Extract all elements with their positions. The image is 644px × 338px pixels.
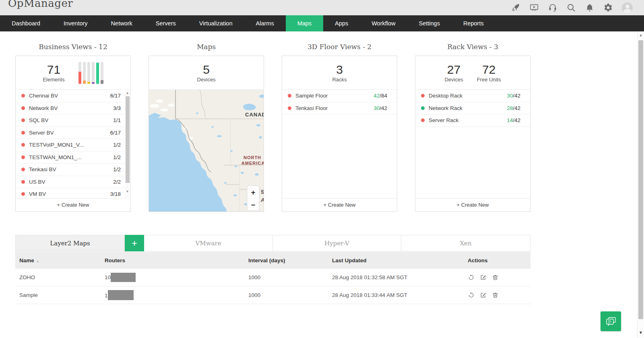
chat-bubbles-icon <box>605 316 617 327</box>
floor-view-count: 42/84 <box>374 93 387 99</box>
status-bar <box>83 62 86 84</box>
devices-stat: 5 Devices <box>197 63 215 83</box>
scroll-down-arrow-icon[interactable]: ▼ <box>638 330 644 335</box>
rack-views-card: 27 Devices 72 Free Units Desktop Rack 30… <box>415 56 530 212</box>
map-label-fragment-a: A <box>260 197 264 203</box>
business-views-stat-area: 71 Elements <box>16 56 130 90</box>
settings-gear-icon[interactable] <box>603 3 613 12</box>
header-icon-strip <box>511 0 633 15</box>
business-view-item[interactable]: Chennai BV 6/17 <box>16 90 130 102</box>
rack-view-item[interactable]: Network Rack 28/42 <box>415 102 530 115</box>
refresh-icon[interactable] <box>468 274 474 281</box>
column-header-name[interactable]: Name▲ <box>19 257 105 263</box>
nav-tab-apps[interactable]: Apps <box>323 15 360 31</box>
column-header-interval: Interval (days) <box>248 257 332 263</box>
notifications-bell-icon[interactable] <box>585 3 594 12</box>
nav-tab-dashboard[interactable]: Dashboard <box>0 15 52 31</box>
rack-devices-stat: 27 Devices <box>444 63 463 83</box>
floor-views-title: 3D Floor Views - 2 <box>282 43 397 56</box>
scrollbar-thumb[interactable] <box>126 96 130 183</box>
business-view-item[interactable]: Tenkasi BV 1/2 <box>16 164 130 176</box>
status-dot-icon <box>21 143 25 147</box>
elements-stat: 71 Elements <box>43 63 64 83</box>
business-view-item[interactable]: US BV 2/2 <box>16 176 130 189</box>
nav-tab-alarms[interactable]: Alarms <box>244 15 286 31</box>
geographic-map[interactable]: CANADA NORTH AMERICA S A + − <box>149 90 264 212</box>
floor-view-item[interactable]: Tenkasi Floor 30/42 <box>282 102 397 115</box>
status-bar <box>78 62 81 84</box>
scroll-up-arrow-icon[interactable]: ▲ <box>638 33 644 37</box>
elements-label: Elements <box>43 77 64 83</box>
business-create-new-button[interactable]: + Create New <box>16 198 130 212</box>
rocket-icon[interactable] <box>511 3 520 12</box>
maps-title: Maps <box>149 43 264 56</box>
floor-view-count: 30/42 <box>374 105 387 111</box>
floor-views-list: Sample Floor 42/84 Tenkasi Floor 30/42 <box>282 90 397 114</box>
opmanager-logo[interactable]: OpManager <box>8 0 73 9</box>
business-view-count: 2/2 <box>113 179 121 185</box>
interval-cell: 1000 <box>248 292 332 298</box>
rack-view-count: 28/42 <box>507 105 520 111</box>
rack-view-name: Server Rack <box>429 117 458 123</box>
summary-cards-row: Business Views - 12 71 Elements <box>15 43 530 212</box>
devices-label: Devices <box>197 77 215 83</box>
business-view-item[interactable]: Network BV 3/3 <box>16 102 130 115</box>
edit-icon[interactable] <box>480 274 486 281</box>
column-header-last-updated: Last Updated <box>332 257 468 263</box>
floor-view-item[interactable]: Sample Floor 42/84 <box>282 90 397 102</box>
business-view-count: 1/2 <box>113 166 121 172</box>
user-avatar[interactable] <box>622 2 633 13</box>
map-name-cell[interactable]: ZOHO <box>19 274 105 280</box>
video-tutorial-icon[interactable] <box>529 3 539 12</box>
nav-tab-virtualization[interactable]: Virtualization <box>188 15 244 31</box>
sort-arrow-icon[interactable]: ▲ <box>36 259 39 263</box>
business-view-item[interactable]: TESTVoIP_MON1_V... 1/2 <box>16 139 130 151</box>
nav-tab-reports[interactable]: Reports <box>452 15 495 31</box>
elements-status-bar-chart <box>78 62 103 84</box>
floor-create-new-button[interactable]: + Create New <box>282 198 397 212</box>
tab-layer2-maps[interactable]: Layer2 Maps <box>15 235 125 251</box>
business-view-count: 1/2 <box>113 154 121 160</box>
business-views-column: Business Views - 12 71 Elements <box>15 43 131 212</box>
map-zoom-in-button[interactable]: + <box>251 189 256 197</box>
rack-view-count: 14/42 <box>507 117 520 123</box>
nav-tab-servers[interactable]: Servers <box>144 15 188 31</box>
nav-tab-settings[interactable]: Settings <box>407 15 452 31</box>
rack-view-item[interactable]: Desktop Rack 30/42 <box>415 90 530 102</box>
elements-count: 71 <box>43 63 64 76</box>
business-view-item[interactable]: Server BV 6/17 <box>16 127 130 139</box>
support-headset-icon[interactable] <box>548 3 557 12</box>
redacted-value <box>108 290 134 300</box>
nav-tab-inventory[interactable]: Inventory <box>52 15 99 31</box>
maps-stat-area: 5 Devices <box>149 56 264 90</box>
table-row: Sample 1 1000 28 Aug 2018 01:33:44 AM SG… <box>15 286 530 304</box>
scroll-down-arrow-icon[interactable]: ▼ <box>125 189 130 195</box>
rack-view-item[interactable]: Server Rack 14/42 <box>415 114 530 127</box>
business-view-item[interactable]: SQL BV 1/1 <box>16 114 130 127</box>
business-view-item[interactable]: TESTWAN_MON1_... 1/2 <box>16 151 130 164</box>
tab-vmware[interactable]: VMware <box>144 235 273 251</box>
page-scrollbar-thumb[interactable] <box>638 40 643 319</box>
search-icon[interactable] <box>566 3 576 12</box>
rack-create-new-button[interactable]: + Create New <box>415 198 530 212</box>
status-dot-icon <box>21 118 25 122</box>
edit-icon[interactable] <box>480 292 486 299</box>
floor-view-name: Sample Floor <box>295 93 328 99</box>
map-label-america: AMERICA <box>242 161 264 166</box>
tab-xen[interactable]: Xen <box>401 235 530 251</box>
live-chat-button[interactable] <box>601 311 621 331</box>
nav-tab-network[interactable]: Network <box>99 15 144 31</box>
map-name-cell[interactable]: Sample <box>19 292 105 298</box>
nav-tab-maps[interactable]: Maps <box>286 15 323 31</box>
map-zoom-out-button[interactable]: − <box>251 201 256 209</box>
racks-stat: 3 Racks <box>332 63 347 83</box>
tab-hyper-v[interactable]: Hyper-V <box>273 235 401 251</box>
scroll-up-arrow-icon[interactable]: ▲ <box>125 90 130 96</box>
refresh-icon[interactable] <box>468 292 474 299</box>
delete-icon[interactable] <box>492 274 498 281</box>
delete-icon[interactable] <box>492 292 498 299</box>
status-bar <box>96 62 99 84</box>
nav-tab-workflow[interactable]: Workflow <box>360 15 407 31</box>
add-layer2-map-button[interactable]: + <box>125 235 144 251</box>
business-views-list: Chennai BV 6/17 Network BV 3/3 SQL BV 1/… <box>16 90 130 201</box>
